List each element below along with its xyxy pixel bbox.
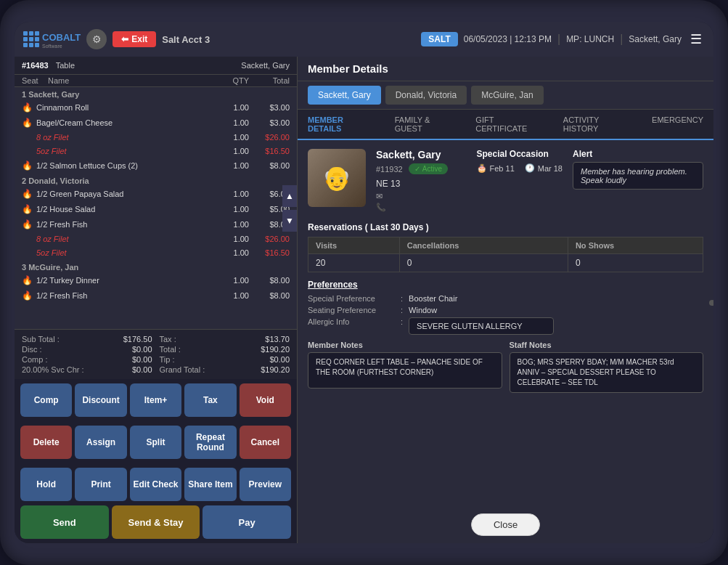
item-name: 5oz Filet [36,147,219,155]
list-item[interactable]: 🔥1/2 Green Papaya Salad1.00$6.00 [15,187,297,202]
alert-title: Alert [573,149,703,159]
item-qty: 1.00 [224,118,249,127]
comp-value: $0.00 [109,355,152,364]
comp-button[interactable]: Comp [20,383,72,417]
list-item[interactable]: 🔥Bagel/Cream Cheese1.00$3.00 [15,115,297,131]
exit-button[interactable]: ⬅ Exit [113,31,156,47]
item-qty: 1.00 [224,220,249,229]
print-button[interactable]: Print [75,468,126,501]
item-qty: 1.00 [224,190,249,198]
tip-label: Tip : [160,355,175,364]
menu-button[interactable]: ☰ [687,28,705,50]
void-button[interactable]: Void [240,383,291,417]
table-label: Table [56,61,75,70]
active-label: Active [422,165,442,173]
gear-button[interactable]: ⚙ [86,29,107,49]
fire-icon: 🔥 [22,219,32,229]
detail-content: 👴 Sackett, Gary #11932 ✓ Active [298,140,713,506]
user-label: Sackett, Gary [629,34,682,44]
detail-tab-family_guest[interactable]: FAMILY & GUEST [385,110,466,140]
edit_check-button[interactable]: Edit Check [130,468,181,501]
member-photo-inner: 👴 [308,149,366,207]
clock-icon: 🕐 [525,163,535,173]
order-list[interactable]: 1 Sackett, Gary🔥Cinnamon Roll1.00$3.00🔥B… [15,87,297,304]
pay-button[interactable]: Pay [203,505,291,539]
list-item[interactable]: 🔥Cinnamon Roll1.00$3.00 [15,100,297,115]
list-item[interactable]: 🔥1/2 House Salad1.00$5.00 [15,202,297,217]
member-tab-donald[interactable]: Donald, Victoria [385,86,467,105]
list-item[interactable]: 🔥1/2 Salmon Lettuce Cups (2)1.00$8.00 [15,158,297,174]
scroll-up-button[interactable]: ▲ [282,185,297,207]
detail-tab-member_details[interactable]: MEMBER DETAILS [298,110,385,140]
mp-label: MP: LUNCH [566,34,614,44]
seat-label: 2 Donald, Victoria [15,174,297,187]
special-occasion-title: Special Occasion [477,149,563,159]
disc-value: $0.00 [109,345,152,354]
item-name: 8 oz Filet [36,235,219,243]
scroll-down-button[interactable]: ▼ [282,210,297,232]
date1-value: Feb 11 [490,164,515,173]
close-row: Close [298,506,713,543]
send_stay-button[interactable]: Send & Stay [112,505,200,539]
list-item[interactable]: 🔥1/2 Turkey Dinner1.00$8.00 [15,273,297,288]
tip-value: $0.00 [246,355,290,364]
seating-pref-label: Seating Preference [308,306,395,314]
member-basic-info: Sackett, Gary #11932 ✓ Active NE 13 [376,149,459,212]
list-item[interactable]: 5oz Filet1.00$16.50 [15,246,297,260]
cancellations-value: 0 [399,254,568,272]
assign-button[interactable]: Assign [75,426,126,459]
col-qty: QTY [224,76,249,85]
subtotal-label: Sub Total : [22,335,60,344]
list-item[interactable]: 8 oz Filet1.00$26.00 [15,232,297,246]
detail-tab-activity[interactable]: ACTIVITY HISTORY [553,110,642,140]
seat-label: 1 Sackett, Gary [15,87,297,100]
phone-icon: 📞 [376,203,386,211]
fire-icon: 🔥 [22,160,32,171]
member-notes-section: Member Notes REQ CORNER LEFT TABLE – PAN… [308,341,502,393]
date2-value: Mar 18 [538,164,563,173]
member-selector-tabs: Sackett, GaryDonald, VictoriaMcGuire, Ja… [298,81,713,110]
customer-name: Sackett, Gary [241,61,290,70]
detail-tab-gift_cert[interactable]: GIFT CERTIFICATE [465,110,553,140]
exit-icon: ⬅ [121,34,128,44]
tax-value: $13.70 [246,335,290,344]
member-tab-sackett[interactable]: Sackett, Gary [308,86,381,105]
detail-tab-emergency[interactable]: EMERGENCY [642,110,713,140]
seating-pref-row: Seating Preference : Window [308,306,703,314]
email-row: ✉ [376,192,459,201]
item-name: Cinnamon Roll [36,103,219,112]
active-badge: ✓ Active [409,163,448,174]
cancel-button[interactable]: Cancel [240,426,291,459]
member-tab-mcguire[interactable]: McGuire, Jan [471,86,543,105]
list-item[interactable]: 🔥1/2 Fresh Fish1.00$8.00 [15,217,297,232]
member-id: #11932 [376,165,403,174]
cobalt-text: COBALT [42,32,81,43]
special-pref-value: Booster Chair [409,294,457,303]
item-name: 1/2 Fresh Fish [36,220,219,229]
alert-message: Member has hearing problem. Speak loudly [573,162,703,190]
item-qty: 1.00 [224,235,249,243]
close-button[interactable]: Close [471,513,540,536]
preview-button[interactable]: Preview [240,468,291,501]
tax-button[interactable]: Tax [184,383,236,417]
tax-label: Tax : [160,335,176,344]
list-item[interactable]: 5oz Filet1.00$16.50 [15,145,297,158]
share_item-button[interactable]: Share Item [184,468,236,501]
staff-notes-label: Staff Notes [510,341,704,349]
hold-button[interactable]: Hold [20,468,72,501]
svc-value: $0.00 [109,365,152,374]
split-button[interactable]: Split [130,426,181,459]
list-item[interactable]: 🔥1/2 Fresh Fish1.00$8.00 [15,288,297,304]
item_plus-button[interactable]: Item+ [130,383,181,417]
delete-button[interactable]: Delete [20,426,72,459]
notes-row: Member Notes REQ CORNER LEFT TABLE – PAN… [308,341,703,393]
comp-label: Comp : [22,355,47,364]
discount-button[interactable]: Discount [75,383,126,417]
send-button[interactable]: Send [20,505,109,539]
action-buttons-row1: CompDiscountItem+TaxVoid [15,379,297,421]
salt-badge: SALT [421,32,457,46]
repeat_round-button[interactable]: Repeat Round [184,426,236,459]
list-item[interactable]: 8 oz Filet1.00$26.00 [15,131,297,145]
fire-icon: 🔥 [22,102,32,113]
disc-label: Disc : [22,345,42,354]
